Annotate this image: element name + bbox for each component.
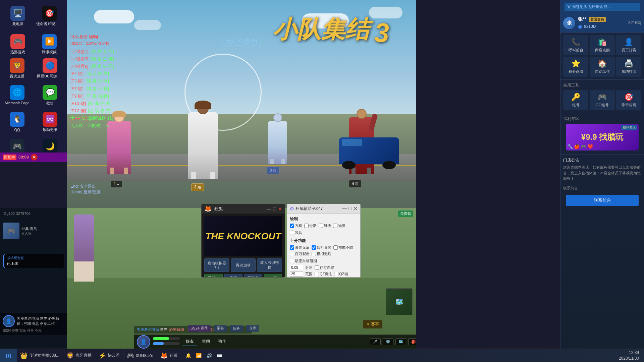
- bag-button[interactable]: 🎒: [408, 338, 416, 345]
- cb-auto-save[interactable]: 存存自瞄: [315, 265, 334, 270]
- character-2: [188, 112, 218, 179]
- sw2-minimize-icon[interactable]: —: [342, 205, 347, 212]
- desktop-icon-wechat[interactable]: 💬 微信: [37, 83, 63, 107]
- taskbar-keyboard-icon[interactable]: ⌨️: [216, 353, 223, 358]
- user-info-rp: 张** 普通会员 ◉ 8210D: [578, 16, 606, 29]
- tab-dead[interactable]: 死了点: [244, 274, 262, 278]
- desktop-icon-netease-uu[interactable]: 🔵 网易UU网游加速器网版: [37, 56, 63, 80]
- desktop-icon-computer[interactable]: 🖥️ 此电脑: [4, 4, 31, 28]
- taskbar-item-kuanghu[interactable]: 🦊 狂狐: [157, 349, 181, 362]
- health-bars: [153, 337, 180, 346]
- mission-button[interactable]: ⚔ 赛事: [363, 320, 382, 328]
- lower-left-panel: IGg102-3278706 🎮 经典·海岛 三人称 战术研究室 已上线 👤: [0, 208, 67, 349]
- start-sim-button[interactable]: 启动模拟器 7.1: [204, 258, 229, 272]
- desktop-icon-codm[interactable]: 🎯 使命者19现代战争…: [36, 4, 63, 28]
- desktop-icon-youwuwuxian[interactable]: ♾️ 乐动无限: [37, 110, 63, 134]
- tab-friends[interactable]: 好友: [182, 337, 197, 346]
- rp-tools-grid[interactable]: 🔑 租号 🎮 GG租号 🎯 带带箱玩: [563, 90, 641, 110]
- tool-carry-play[interactable]: 🎯 带带箱玩: [616, 90, 641, 110]
- rent-icon: 🔑: [571, 93, 580, 102]
- cb-laser-no-recoil[interactable]: 激光无后: [290, 245, 310, 250]
- taskbar-item-main-app[interactable]: 🎮 0UG8aZd: [123, 349, 157, 362]
- service-extend-stay[interactable]: 🏠 自助续住: [590, 57, 615, 77]
- sw1-controls[interactable]: — □ ✕: [267, 206, 282, 212]
- cb-skeleton[interactable]: 骨骼: [304, 223, 317, 228]
- sub-window-cheat-helper: ⚙ 狂氪辅助-AK47 — □ ✕ 绘制 方框 骨骼 射线 物资 装具 上分功能…: [287, 204, 361, 278]
- promo-banner[interactable]: 福利专区 ¥9.9 找腊玩 🔧 🍎 🎮 ❤️: [566, 124, 639, 150]
- sw2-shoot-speed[interactable]: 射速 存存自瞄: [290, 265, 358, 270]
- staff-icon: 👤: [624, 38, 633, 47]
- sw1-maximize-icon[interactable]: □: [273, 206, 276, 212]
- cb-auto-aim-range[interactable]: 动态自瞄范围: [290, 258, 317, 263]
- sw1-buttons[interactable]: 启动模拟器 7.1 再次启动 取人脸识别接: [204, 258, 282, 272]
- service-points-mall[interactable]: ⭐ 积分商城: [563, 57, 588, 77]
- sw2-controls[interactable]: — □ ✕: [342, 205, 358, 212]
- sw1-minimize-icon[interactable]: —: [267, 206, 271, 212]
- service-print[interactable]: 🖨️ 预约打印: [616, 57, 641, 77]
- cb-no-aim[interactable]: 前能不瞄: [333, 245, 353, 250]
- face-button[interactable]: 取人脸识别接: [257, 258, 282, 272]
- taskbar-volume-icon[interactable]: 🔊: [205, 353, 213, 358]
- tab-ingame[interactable]: 游戏中: [204, 274, 223, 278]
- cheat-line-f2: [F2 键][追 近 开 关]: [70, 70, 114, 77]
- call-icon: 📞: [571, 38, 580, 47]
- tool-rent-account[interactable]: 🔑 租号: [563, 90, 588, 110]
- match-timer: 00:09: [18, 155, 29, 160]
- sw2-func-checkboxes-2[interactable]: 百万裂击 模拟无后 动态自瞄范围: [290, 251, 358, 263]
- mic-button[interactable]: 🎤: [370, 338, 381, 345]
- taskbar-sys-icons[interactable]: 🔔 📶 🔊 ⌨️: [181, 353, 227, 358]
- cb-random-bone[interactable]: 随机骨骼: [312, 245, 331, 250]
- sw1-mode-tabs[interactable]: 游戏中 离线 死了点 大厅: [204, 274, 282, 278]
- sw2-draw-checkboxes[interactable]: 方框 骨骼 射线 物资 装具: [290, 223, 358, 235]
- tab-lobby[interactable]: 大厅: [264, 274, 282, 278]
- cb-ray[interactable]: 射线: [319, 223, 331, 228]
- taskbar-notification-icon[interactable]: 🔔: [184, 353, 192, 358]
- cb-qz-method[interactable]: QZ身法: [315, 272, 332, 277]
- game-tabs[interactable]: 好友 空间 动作: [182, 337, 229, 346]
- hud-right-controls[interactable]: 🎤 ⚙️ 🗺️ 🎒 ▲: [370, 338, 416, 345]
- desktop-icon-edge[interactable]: 🌐 Microsoft Edge: [4, 83, 31, 107]
- tool-gg-rent[interactable]: 🎮 GG租号: [590, 90, 615, 110]
- restart-button[interactable]: 再次启动: [231, 258, 256, 272]
- season-badge: SS24 赛季: [188, 325, 211, 332]
- rp-service-grid[interactable]: 📞 呼叫前台 🛍️ 商店点购 👤 员工打赏 ⭐ 积分商城 🏠 自助续住 🖨️: [563, 35, 641, 77]
- service-shop[interactable]: 🛍️ 商店点购: [590, 35, 615, 55]
- rp-balance: 8216两: [628, 20, 641, 26]
- gg-icon: 🎮: [598, 93, 607, 102]
- range-input[interactable]: [290, 271, 303, 277]
- shoot-speed-input[interactable]: [290, 265, 303, 270]
- rp-contact-section: 联系前台 联系前台: [560, 184, 644, 210]
- taskbar-wifi-icon[interactable]: 📶: [195, 353, 203, 358]
- service-call-desk[interactable]: 📞 呼叫前台: [563, 35, 588, 55]
- cb-box[interactable]: 方框: [290, 223, 302, 228]
- cb-gear[interactable]: 装具: [290, 230, 302, 235]
- service-reward-staff[interactable]: 👤 员工打赏: [616, 35, 641, 55]
- desktop-icon-tencent-video[interactable]: ▶️ 腾讯视频: [36, 32, 63, 56]
- tab-offline[interactable]: 离线: [224, 274, 243, 278]
- taskbar-item-nuwa[interactable]: 👑 传说女帝娲888...: [17, 349, 63, 362]
- desktop-icon-ylyou[interactable]: 🎮 迅游游戏: [4, 32, 31, 56]
- start-button[interactable]: ⊞: [0, 349, 17, 362]
- shoot-speed-label: 射速: [305, 265, 313, 270]
- cb-million-hit[interactable]: 百万裂击: [290, 251, 310, 256]
- settings-hud-button[interactable]: ⚙️: [383, 338, 393, 345]
- contact-button[interactable]: 联系前台: [566, 195, 639, 206]
- desktop-icon-qq[interactable]: 🐧 QQ: [4, 110, 31, 134]
- map-button[interactable]: 🗺️: [395, 338, 406, 345]
- match-close-button[interactable]: ✕: [31, 154, 38, 161]
- sw1-close-icon[interactable]: ✕: [278, 206, 282, 212]
- cb-sim-no-recoil[interactable]: 模拟无后: [312, 251, 331, 256]
- tab-action[interactable]: 动作: [215, 337, 229, 346]
- match-indicator[interactable]: 匹配中 00:09 ✕: [0, 153, 67, 162]
- sw2-range[interactable]: 范围 QZ身法 QZ辅: [290, 271, 358, 277]
- sw2-close-icon[interactable]: ✕: [353, 205, 358, 212]
- sw2-func-checkboxes-1[interactable]: 激光无后 随机骨骼 前能不瞄: [290, 245, 358, 250]
- desktop-icon-baihu[interactable]: 🦁 百虎直播: [4, 56, 31, 80]
- bottom-match-info: SS24 赛季 军备 任务 仓库: [188, 325, 259, 332]
- taskbar-item-huya[interactable]: 🦁 虎牙直播: [63, 349, 95, 362]
- sw2-maximize-icon[interactable]: □: [348, 205, 352, 212]
- cb-loot[interactable]: 物资: [333, 223, 345, 228]
- cb-qz-aux[interactable]: QZ辅: [334, 272, 348, 277]
- tab-space[interactable]: 空间: [199, 337, 213, 346]
- taskbar-item-kuaiyun[interactable]: ⚡ 快云游: [95, 349, 123, 362]
